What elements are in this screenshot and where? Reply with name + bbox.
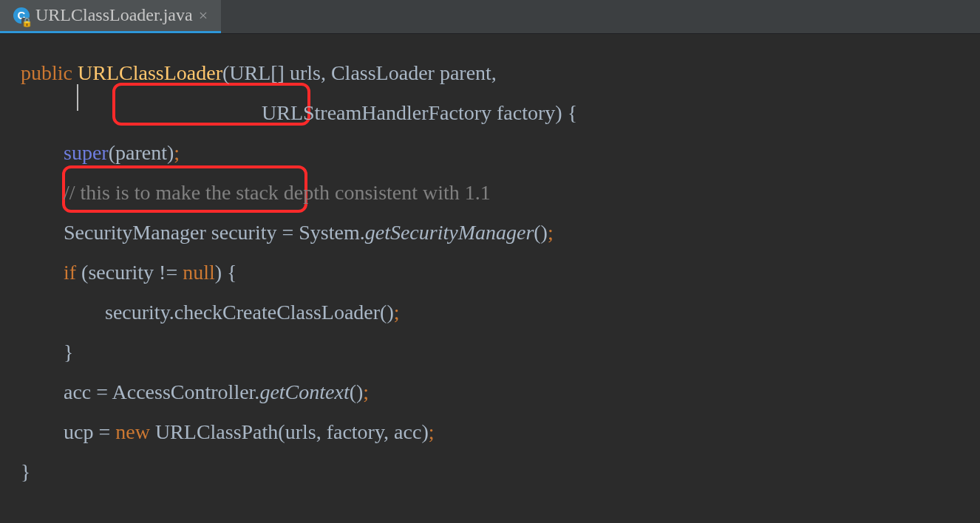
code-line-7: security.checkCreateClassLoader(); [21,293,980,332]
semicolon: ; [394,301,400,324]
code-line-8: } [21,332,980,372]
code-text: SecurityManager security = System. [64,221,365,244]
code-line-9: acc = AccessController.getContext(); [21,372,980,412]
method-name: getContext [259,380,349,403]
code-text: () [350,380,364,403]
ctor-name: URLClassLoader [78,61,222,84]
semicolon: ; [174,141,180,164]
code-text: (security != [81,261,183,284]
code-line-5: SecurityManager security = System.getSec… [21,213,980,253]
code-text: (parent) [109,141,174,164]
code-line-2: URLStreamHandlerFactory factory) { [21,93,980,133]
code-line-4: // this is to make the stack depth consi… [21,173,980,213]
method-name: getSecurityManager [365,221,534,244]
semicolon: ; [429,420,435,443]
code-line-11: } [21,452,980,492]
semicolon: ; [548,221,554,244]
kw-if: if [64,261,81,284]
kw-public: public [21,61,78,84]
code-text: ucp = [64,420,115,443]
code-line-3: super(parent); [21,133,980,173]
kw-super: super [64,141,109,164]
code-text: () [534,221,548,244]
code-line-10: ucp = new URLClassPath(urls, factory, ac… [21,412,980,452]
semicolon: ; [363,380,369,403]
code-line-1: public URLClassLoader(URL[] urls, ClassL… [21,53,980,93]
code-text: URLStreamHandlerFactory factory) { [262,101,577,124]
code-text: (URL[] urls, ClassLoader parent, [222,61,497,84]
code-text: } [21,460,30,483]
code-text: URLClassPath(urls, factory, acc) [155,420,429,443]
code-text: acc = AccessController. [64,380,259,403]
code-line-6: if (security != null) { [21,253,980,293]
comment: // this is to make the stack depth consi… [64,181,491,204]
kw-null: null [183,261,215,284]
tab-bar: C 🔒 URLClassLoader.java × [0,0,980,34]
code-text: security.checkCreateClassLoader() [105,301,394,324]
close-icon[interactable]: × [199,7,208,24]
code-text: ) { [215,261,237,284]
java-class-icon: C 🔒 [13,7,30,24]
lock-icon: 🔒 [21,18,33,27]
tab-urlclassloader[interactable]: C 🔒 URLClassLoader.java × [0,0,221,33]
tab-filename: URLClassLoader.java [35,5,193,25]
code-editor[interactable]: public URLClassLoader(URL[] urls, ClassL… [0,34,980,523]
code-text: } [64,341,73,363]
kw-new: new [115,420,155,443]
